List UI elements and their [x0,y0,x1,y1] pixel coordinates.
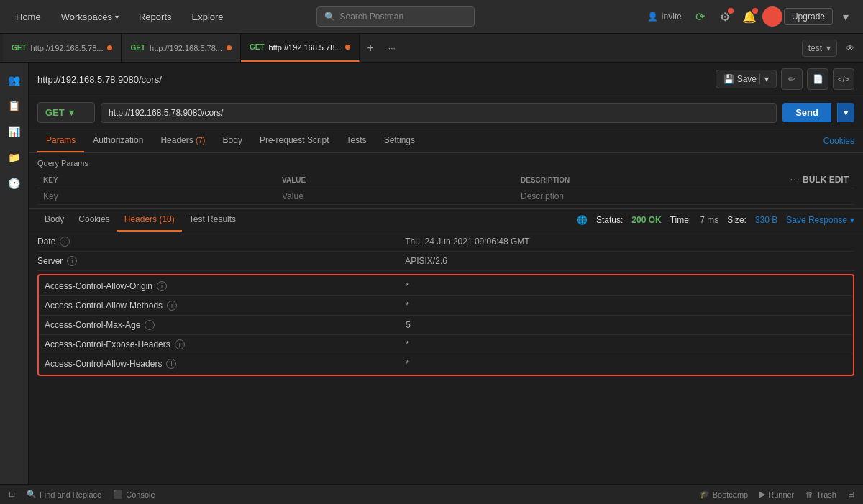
eye-icon-btn[interactable]: 👁 [843,40,857,56]
tab-body[interactable]: Body [214,129,251,152]
response-status: 🌐 Status: 200 OK Time: 7 ms Size: 330 B … [577,215,854,225]
header-key-acah: Access-Control-Allow-Headers [45,359,162,369]
tab-right-controls: test ▾ 👁 [802,40,863,57]
query-params-label: Query Params [37,159,854,168]
nav-explore[interactable]: Explore [182,0,234,33]
nav-reports[interactable]: Reports [129,0,182,33]
header-val-server: APISIX/2.6 [405,256,447,266]
info-icon-aceh[interactable]: i [175,339,185,349]
notifications-icon-btn[interactable]: 🔔 [738,5,761,28]
settings-icon-btn[interactable]: ⚙ [713,5,736,28]
save-button[interactable]: 💾 Send Save ▾ [716,70,777,88]
tab-pre-request[interactable]: Pre-request Script [251,129,338,152]
new-tab-button[interactable]: + [360,42,380,55]
info-icon-server[interactable]: i [67,256,77,266]
resp-tab-headers[interactable]: Headers (10) [117,209,182,232]
bottom-right: 🎓 Bootcamp ▶ Runner 🗑 Trash ⊞ [700,490,854,499]
tab-method-2: GET [130,44,145,52]
bootcamp-button[interactable]: 🎓 Bootcamp [700,490,749,499]
url-input[interactable] [101,103,777,123]
header-val-acam: * [406,301,409,311]
params-section: Query Params KEY VALUE DESCRIPTION ··· B… [29,153,863,208]
sidebar: 👥 📋 📊 📁 🕐 [0,63,29,484]
desc-input[interactable] [521,191,748,201]
info-icon-acma[interactable]: i [145,320,155,330]
size-value: 330 B [755,215,777,225]
trash-button[interactable]: 🗑 Trash [805,490,836,499]
chevron-down-icon-nav[interactable]: ▾ [834,5,857,28]
method-value: GET [45,107,65,118]
nav-home[interactable]: Home [6,0,51,33]
send-button[interactable]: Send [782,103,831,122]
bootcamp-icon: 🎓 [700,490,710,499]
url-display: http://192.168.5.78:9080/cors/ [37,74,710,85]
runner-button[interactable]: ▶ Runner [759,490,794,499]
response-area: Body Cookies Headers (10) Test Results 🌐… [29,208,863,484]
header-val-acma: 5 [406,320,411,330]
tab-url-1: http://192.168.5.78... [31,44,104,52]
resp-tab-cookies[interactable]: Cookies [71,209,117,232]
find-replace-button[interactable]: 🔍 Find and Replace [27,490,101,499]
upgrade-button[interactable]: Upgrade [784,8,833,25]
tab-params[interactable]: Params [37,129,84,152]
chevron-down-icon-collection: ▾ [826,43,831,53]
tab-method-1: GET [12,44,27,52]
tab-tests[interactable]: Tests [338,129,375,152]
doc-icon-btn[interactable]: 📄 [807,68,828,90]
layout-toggle-icon[interactable]: ⊞ [848,490,854,499]
search-bar[interactable]: 🔍 Search Postman [316,6,475,27]
sidebar-clock-icon[interactable]: 🕐 [3,172,26,195]
save-response-button[interactable]: Save Response ▾ [786,215,854,225]
tab-2[interactable]: GET http://192.168.5.78... [122,34,240,62]
nav-workspaces[interactable]: Workspaces ▾ [51,0,129,33]
tab-1[interactable]: GET http://192.168.5.78... [3,34,122,62]
resp-tab-body[interactable]: Body [37,209,71,232]
value-column-header: VALUE [276,172,515,188]
sidebar-folder-icon[interactable]: 📁 [3,146,26,169]
bottom-layout-icon[interactable]: ⊡ [9,490,15,499]
tab-headers[interactable]: Headers (7) [152,129,214,152]
method-select[interactable]: GET ▾ [37,102,95,123]
info-icon-acam[interactable]: i [167,301,177,311]
sidebar-monitor-icon[interactable]: 📊 [3,120,26,143]
console-button[interactable]: ⬛ Console [113,490,155,499]
code-icon-btn[interactable]: </> [833,68,854,90]
edit-icon-btn[interactable]: ✏ [781,68,803,90]
save-dropdown-arrow[interactable]: ▾ [759,74,769,84]
header-val-aceh: * [406,339,409,349]
time-label: Time: [670,215,692,225]
runner-icon: ▶ [759,490,765,499]
cookies-link[interactable]: Cookies [823,136,854,146]
person-icon: 👤 [647,12,658,22]
bulk-edit-button[interactable]: Bulk Edit [803,175,849,185]
avatar[interactable] [762,6,782,27]
value-input[interactable] [282,191,509,201]
tab-dirty-1 [107,45,112,50]
sync-icon-btn[interactable]: ⟳ [689,5,712,28]
tab-dirty-3 [345,45,350,50]
time-value: 7 ms [700,215,718,225]
send-dropdown-button[interactable]: ▾ [837,103,854,122]
more-tabs-button[interactable]: ··· [381,43,403,53]
header-row-date: Date i Thu, 24 Jun 2021 09:06:48 GMT [37,232,854,252]
collection-select[interactable]: test ▾ [802,40,837,57]
sidebar-people-icon[interactable]: 👥 [3,68,26,91]
invite-button[interactable]: 👤 Invite [641,12,688,22]
info-icon-date[interactable]: i [60,237,70,247]
sidebar-history-icon[interactable]: 📋 [3,94,26,117]
response-headers-list: Date i Thu, 24 Jun 2021 09:06:48 GMT Ser… [29,232,863,484]
tab-url-3: http://192.168.5.78... [269,43,342,52]
terminal-icon: ⬛ [113,490,123,499]
info-icon-acah[interactable]: i [166,359,176,369]
request-input-row: GET ▾ Send ▾ [29,96,863,129]
header-val-acah: * [406,359,409,369]
info-icon-acao[interactable]: i [157,281,167,291]
tab-authorization[interactable]: Authorization [84,129,152,152]
tab-3[interactable]: GET http://192.168.5.78... [241,34,360,62]
response-tabs-row: Body Cookies Headers (10) Test Results 🌐… [29,209,863,232]
key-input[interactable] [43,191,270,201]
more-options-icon[interactable]: ··· [790,176,800,184]
resp-tab-test-results[interactable]: Test Results [182,209,243,232]
tab-settings[interactable]: Settings [375,129,424,152]
search-icon: 🔍 [324,12,335,22]
